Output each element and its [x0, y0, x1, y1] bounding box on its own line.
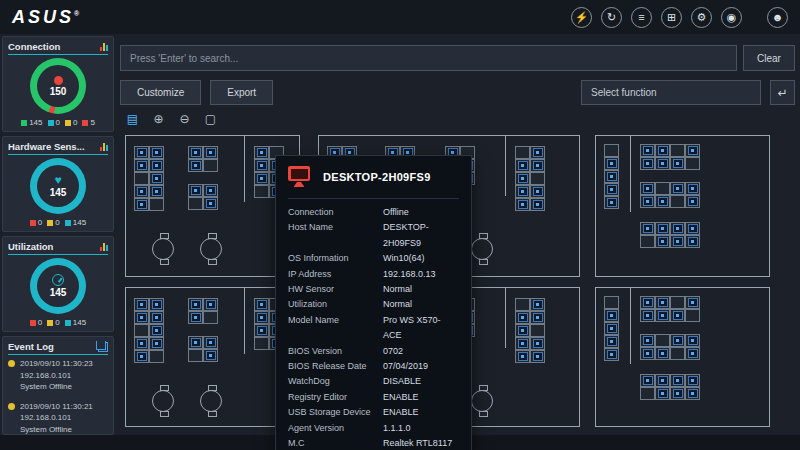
workstation-icon[interactable] — [533, 300, 543, 309]
workstation-icon[interactable] — [533, 200, 543, 209]
network-icon[interactable]: ◉ — [721, 7, 742, 28]
workstation-icon[interactable] — [257, 326, 267, 335]
workstation-icon[interactable] — [518, 326, 528, 335]
workstation-icon[interactable] — [607, 311, 617, 320]
workstation-icon[interactable] — [643, 197, 653, 206]
workstation-icon[interactable] — [643, 224, 653, 233]
event-log-entry[interactable]: 2019/09/10 11:30:21192.168.0.101System O… — [8, 401, 108, 436]
workstation-icon[interactable] — [643, 159, 653, 168]
workstation-icon[interactable] — [688, 349, 698, 358]
workstation-icon[interactable] — [533, 161, 543, 170]
workstation-icon[interactable] — [152, 339, 162, 348]
apply-function-button[interactable]: ↵ — [770, 80, 795, 105]
workstation-icon[interactable] — [533, 187, 543, 196]
workstation-icon[interactable] — [518, 339, 528, 348]
marquee-select-icon[interactable]: ▢ — [201, 111, 220, 127]
workstation-icon[interactable] — [673, 376, 683, 385]
select-function-dropdown[interactable]: Select function — [581, 80, 761, 105]
workstation-icon[interactable] — [673, 336, 683, 345]
workstation-icon[interactable] — [152, 313, 162, 322]
workstation-icon[interactable] — [658, 237, 668, 246]
workstation-icon[interactable] — [688, 184, 698, 193]
workstation-icon[interactable] — [607, 350, 617, 359]
workstation-icon[interactable] — [607, 185, 617, 194]
workstation-icon[interactable] — [518, 352, 528, 361]
workstation-icon[interactable] — [533, 148, 543, 157]
settings-icon[interactable]: ⚙ — [691, 7, 712, 28]
workstation-icon[interactable] — [137, 339, 147, 348]
workstation-icon[interactable] — [206, 199, 216, 208]
workstation-icon[interactable] — [688, 197, 698, 206]
workstation-icon[interactable] — [152, 326, 162, 335]
workstation-icon[interactable] — [607, 159, 617, 168]
workstation-icon[interactable] — [673, 237, 683, 246]
workstation-icon[interactable] — [206, 300, 216, 309]
workstation-icon[interactable] — [607, 337, 617, 346]
workstation-icon[interactable] — [688, 146, 698, 155]
remote-control-icon[interactable]: ⚡ — [571, 7, 592, 28]
workstation-icon[interactable] — [257, 174, 267, 183]
workstation-icon[interactable] — [658, 376, 668, 385]
workstation-icon[interactable] — [191, 338, 201, 347]
workstation-icon[interactable] — [206, 351, 216, 360]
workstation-icon[interactable] — [533, 313, 543, 322]
workstation-icon[interactable] — [191, 313, 201, 322]
workstation-icon[interactable] — [191, 161, 201, 170]
workstation-icon[interactable] — [643, 376, 653, 385]
workstation-icon[interactable] — [658, 197, 668, 206]
zoom-out-icon[interactable]: ⊖ — [175, 111, 194, 127]
workstation-icon[interactable] — [643, 336, 653, 345]
workstation-icon[interactable] — [688, 298, 698, 307]
search-input[interactable] — [120, 45, 737, 71]
workstation-icon[interactable] — [688, 389, 698, 398]
workstation-icon[interactable] — [152, 174, 162, 183]
legend-icon[interactable]: ▤ — [123, 111, 142, 127]
deployment-icon[interactable]: ↻ — [601, 7, 622, 28]
workstation-icon[interactable] — [673, 389, 683, 398]
workstation-icon[interactable] — [518, 200, 528, 209]
workstation-icon[interactable] — [658, 224, 668, 233]
workstation-icon[interactable] — [607, 324, 617, 333]
workstation-icon[interactable] — [518, 187, 528, 196]
workstation-icon[interactable] — [206, 186, 216, 195]
export-button[interactable]: Export — [210, 80, 273, 105]
workstation-icon[interactable] — [658, 349, 668, 358]
workstation-icon[interactable] — [673, 159, 683, 168]
event-log-entry[interactable]: 2019/09/10 11:30:23192.168.0.101System O… — [8, 358, 108, 393]
workstation-icon[interactable] — [688, 224, 698, 233]
workstation-icon[interactable] — [533, 339, 543, 348]
workstation-icon[interactable] — [673, 224, 683, 233]
workstation-icon[interactable] — [688, 376, 698, 385]
workstation-icon[interactable] — [137, 352, 147, 361]
workstation-icon[interactable] — [152, 300, 162, 309]
workstation-icon[interactable] — [643, 146, 653, 155]
workstation-icon[interactable] — [257, 313, 267, 322]
customize-button[interactable]: Customize — [120, 80, 201, 105]
workstation-icon[interactable] — [191, 148, 201, 157]
workstation-icon[interactable] — [137, 161, 147, 170]
workstation-icon[interactable] — [137, 200, 147, 209]
workstation-icon[interactable] — [658, 159, 668, 168]
workstation-icon[interactable] — [643, 311, 653, 320]
workstation-icon[interactable] — [257, 161, 267, 170]
workstation-icon[interactable] — [137, 300, 147, 309]
report-icon[interactable]: ≡ — [631, 7, 652, 28]
workstation-icon[interactable] — [257, 300, 267, 309]
expand-icon[interactable] — [98, 342, 108, 352]
workstation-icon[interactable] — [137, 313, 147, 322]
workstation-icon[interactable] — [658, 298, 668, 307]
workstation-icon[interactable] — [518, 174, 528, 183]
workstation-icon[interactable] — [137, 187, 147, 196]
workstation-icon[interactable] — [688, 237, 698, 246]
workstation-icon[interactable] — [257, 148, 267, 157]
workstation-icon[interactable] — [137, 148, 147, 157]
workstation-icon[interactable] — [152, 148, 162, 157]
workstation-icon[interactable] — [191, 186, 201, 195]
workstation-icon[interactable] — [673, 311, 683, 320]
workstation-icon[interactable] — [658, 389, 668, 398]
workstation-icon[interactable] — [206, 338, 216, 347]
workstation-icon[interactable] — [191, 300, 201, 309]
user-icon[interactable]: ☻ — [767, 7, 788, 28]
workstation-icon[interactable] — [673, 184, 683, 193]
workstation-icon[interactable] — [643, 184, 653, 193]
